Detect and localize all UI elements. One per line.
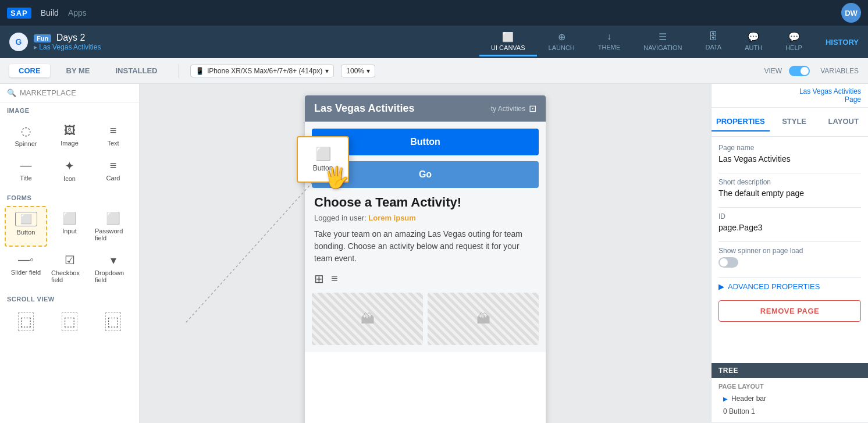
canvas-area: ⬜ Button 🖐 Las Vegas Activities ty Activ…	[140, 84, 711, 423]
button-component[interactable]: ⬜ Button	[5, 206, 47, 247]
device-label: iPhone XR/XS Max/6+/7+/8+ (414px)	[207, 67, 322, 75]
right-panel-breadcrumb: Las Vegas Activities Page	[712, 84, 868, 108]
tab-properties[interactable]: PROPERTIES	[712, 112, 770, 131]
card-icon: ≡	[110, 159, 117, 172]
lorem-value: Lorem ipsum	[368, 214, 416, 222]
dropdown-label: Dropdown field	[95, 269, 131, 283]
spinner-label: Spinner	[15, 140, 37, 147]
core-tab[interactable]: CORE	[9, 64, 50, 77]
icon-icon: ✦	[65, 159, 74, 173]
checkbox-component[interactable]: ☑ Checkbox field	[48, 248, 91, 289]
slider-component[interactable]: —◦ Slider field	[5, 248, 47, 289]
title-component[interactable]: — Title	[5, 154, 47, 187]
spinner-component[interactable]: ◌ Spinner	[5, 119, 47, 152]
spinner-field: Show spinner on page load	[718, 247, 861, 268]
password-component[interactable]: ⬜ Password field	[92, 206, 134, 247]
tab-theme[interactable]: ↓ THEME	[586, 28, 632, 56]
cursor-hand: 🖐	[323, 165, 350, 190]
spinner-toggle-knob	[720, 258, 728, 266]
tree-header-bar[interactable]: ▶ Header bar	[718, 392, 861, 405]
input-label: Input	[62, 228, 76, 234]
button-comp-icon: ⬜	[15, 212, 37, 226]
tree-expand-icon: ▶	[723, 396, 728, 402]
chevron-down-icon: ▾	[325, 67, 329, 75]
input-icon: ⬜	[62, 211, 77, 225]
view-label: VIEW	[764, 67, 782, 75]
card-label: Card	[106, 175, 120, 182]
icon-component[interactable]: ✦ Icon	[48, 154, 91, 187]
device-selector[interactable]: 📱 iPhone XR/XS Max/6+/7+/8+ (414px) ▾	[190, 65, 334, 77]
app-breadcrumb[interactable]: ▸ Las Vegas Activities	[34, 43, 101, 51]
advanced-toggle[interactable]: ▶ ADVANCED PROPERTIES	[718, 282, 861, 291]
short-desc-value[interactable]: The default empty page	[718, 189, 861, 198]
image-placeholder-2: 🏔	[428, 293, 539, 345]
zoom-value: 100%	[346, 67, 364, 75]
app-icon: G	[9, 33, 28, 51]
phone-header: Las Vegas Activities ty Activities ⊡	[305, 95, 546, 122]
auth-icon: 💬	[748, 31, 759, 42]
page-name-value[interactable]: Las Vegas Activities	[718, 154, 861, 163]
list-view-icon[interactable]: ≡	[331, 272, 338, 286]
content-body: Take your team on an amazing Las Vegas o…	[314, 228, 536, 265]
forms-section-label: FORMS	[0, 190, 139, 204]
image-section-label: IMAGE	[0, 102, 139, 116]
app-title-area: Fun Days 2 ▸ Las Vegas Activities	[34, 33, 101, 51]
text-component[interactable]: ≡ Text	[92, 119, 134, 152]
scroll-components: ⬚ ⬚ ⬚	[0, 305, 139, 339]
password-label: Password field	[95, 228, 131, 241]
scroll-section-label: SCROLL VIEW	[0, 291, 139, 305]
tab-ui-canvas[interactable]: ⬜ UI CANVAS	[479, 28, 536, 56]
header-expand-icon[interactable]: ⊡	[529, 103, 536, 114]
right-panel: Las Vegas Activities Page PROPERTIES STY…	[711, 84, 868, 423]
tab-style[interactable]: STYLE	[770, 112, 819, 131]
search-bar[interactable]: 🔍 MARKETPLACE	[0, 84, 139, 102]
tab-navigation[interactable]: ☰ NAVIGATION	[632, 28, 693, 56]
launch-icon: ⊕	[558, 31, 565, 42]
image-icon: 🖼	[64, 124, 76, 137]
scroll2-component[interactable]: ⬚	[48, 307, 91, 336]
spinner-toggle-row	[718, 257, 861, 268]
id-field: ID page.Page3	[718, 212, 861, 232]
spinner-toggle[interactable]	[718, 257, 738, 268]
by-me-tab[interactable]: BY ME	[57, 64, 99, 77]
tree-button1-label: 0 Button 1	[723, 407, 755, 415]
nav-icon: ☰	[659, 31, 667, 42]
scroll1-component[interactable]: ⬚	[5, 307, 47, 336]
placeholder-icon-2: 🏔	[476, 311, 490, 327]
short-desc-label: Short description	[718, 178, 861, 186]
advanced-label: ADVANCED PROPERTIES	[728, 282, 820, 291]
dropdown-component[interactable]: ▾ Dropdown field	[92, 248, 134, 289]
image-grid: 🏔 🏔	[312, 293, 539, 345]
svg-line-0	[186, 174, 320, 322]
page-name-label: Page name	[718, 144, 861, 152]
password-icon: ⬜	[106, 211, 120, 225]
main-area: 🔍 MARKETPLACE IMAGE ◌ Spinner 🖼 Image ≡ …	[0, 84, 868, 423]
theme-icon: ↓	[607, 31, 611, 42]
drag-preview-icon: ⬜	[315, 147, 331, 162]
spinner-icon: ◌	[21, 124, 31, 138]
zoom-selector[interactable]: 100% ▾	[341, 65, 375, 77]
grid-view-icon[interactable]: ⊞	[314, 272, 324, 286]
nav-tabs: ⬜ UI CANVAS ⊕ LAUNCH ↓ THEME ☰ NAVIGATIO…	[479, 28, 814, 56]
remove-page-button[interactable]: REMOVE PAGE	[718, 300, 861, 322]
scroll3-component[interactable]: ⬚	[92, 307, 134, 336]
installed-tab[interactable]: INSTALLED	[106, 64, 167, 77]
tab-data[interactable]: 🗄 DATA	[694, 28, 734, 56]
tab-auth[interactable]: 💬 AUTH	[733, 28, 774, 56]
user-avatar[interactable]: DW	[841, 3, 861, 23]
view-toggle[interactable]	[789, 66, 810, 76]
tab-layout[interactable]: LAYOUT	[819, 112, 868, 131]
image-label: Image	[61, 140, 79, 147]
tab-launch[interactable]: ⊕ LAUNCH	[537, 28, 586, 56]
mobile-icon: 📱	[195, 67, 204, 75]
image-component[interactable]: 🖼 Image	[48, 119, 91, 152]
header-subtitle: ty Activities	[491, 105, 525, 113]
text-icon: ≡	[110, 124, 117, 137]
input-component[interactable]: ⬜ Input	[48, 206, 91, 247]
checkbox-icon: ☑	[65, 253, 75, 267]
tab-help[interactable]: 💬 HELP	[774, 28, 814, 56]
card-component[interactable]: ≡ Card	[92, 154, 134, 187]
history-button[interactable]: HISTORY	[826, 38, 859, 47]
tree-button1[interactable]: 0 Button 1	[718, 405, 861, 418]
text-label: Text	[107, 140, 119, 147]
